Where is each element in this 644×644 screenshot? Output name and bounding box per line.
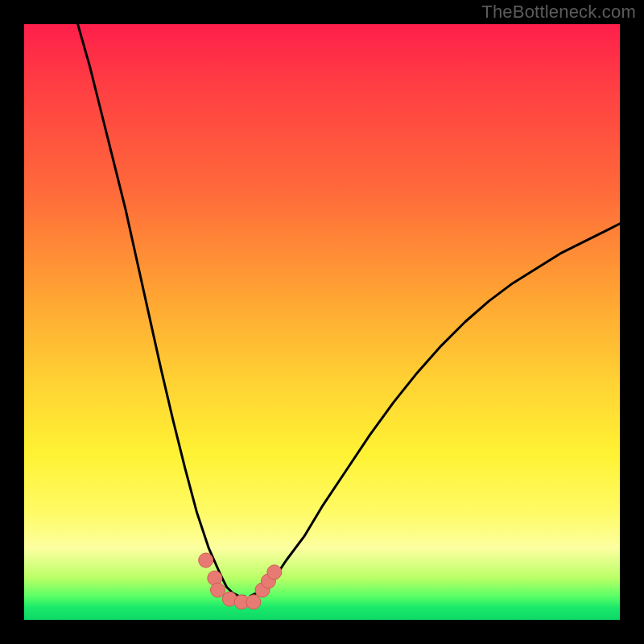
marker-m3 — [211, 583, 225, 597]
chart-frame: TheBottleneck.com — [0, 0, 644, 644]
watermark-text: TheBottleneck.com — [481, 2, 636, 23]
marker-m6 — [246, 595, 261, 609]
series-right-curve — [250, 224, 620, 597]
marker-m1 — [199, 553, 213, 568]
curve-svg — [24, 24, 620, 620]
marker-m9 — [267, 565, 282, 580]
curves-group — [78, 24, 620, 596]
series-left-curve — [78, 24, 245, 596]
plot-area — [24, 24, 620, 620]
markers-group — [199, 553, 282, 609]
